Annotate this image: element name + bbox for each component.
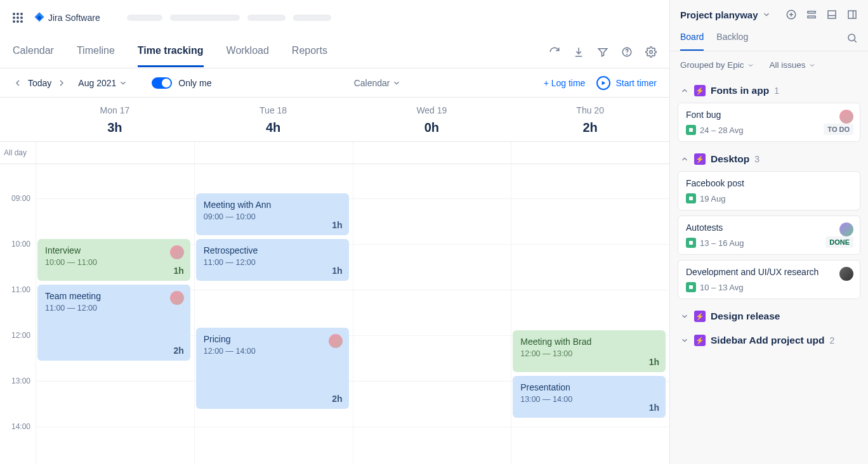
tab-reports[interactable]: Reports xyxy=(292,36,327,67)
epic-header-desktop[interactable]: ⚡ Desktop 3 xyxy=(678,147,860,171)
app-switcher-icon[interactable] xyxy=(10,10,25,25)
day-column-mon[interactable]: Interview 10:00 — 11:00 1h Team meeting … xyxy=(36,164,194,464)
issue-filter-selector[interactable]: All issues xyxy=(770,60,816,70)
side-panel: Project planyway Board Backlog Grouped b… xyxy=(669,0,868,464)
epic-icon: ⚡ xyxy=(694,85,706,96)
story-icon xyxy=(686,193,696,203)
svg-point-4 xyxy=(16,16,19,19)
search-icon[interactable] xyxy=(846,32,858,44)
svg-point-8 xyxy=(20,20,23,23)
issue-card-autotests[interactable]: Autotests 13 – 16 Aug DONE xyxy=(678,216,860,255)
day-column-wed[interactable] xyxy=(353,164,511,464)
chevron-up-icon xyxy=(680,155,689,164)
epic-icon: ⚡ xyxy=(694,335,706,346)
issue-card-facebook-post[interactable]: Facebook post 19 Aug xyxy=(678,171,860,210)
period-label: Aug 2021 xyxy=(78,78,116,88)
jira-logo[interactable]: Jira Software xyxy=(33,11,100,24)
day-column-tue[interactable]: Meeting with Ann 09:00 — 10:00 1h Retros… xyxy=(194,164,353,464)
svg-rect-16 xyxy=(848,11,856,18)
tab-timeline[interactable]: Timeline xyxy=(77,36,115,67)
skeleton-placeholder xyxy=(170,15,240,21)
settings-icon[interactable] xyxy=(645,46,657,58)
epic-header-design-release[interactable]: ⚡ Design release xyxy=(678,304,860,328)
allday-cell[interactable] xyxy=(511,142,669,164)
start-timer-label: Start timer xyxy=(615,78,657,88)
status-badge: DONE xyxy=(825,236,853,248)
skeleton-placeholder xyxy=(247,15,286,21)
avatar-icon xyxy=(839,110,853,124)
event-team-meeting[interactable]: Team meeting 11:00 — 12:00 2h xyxy=(37,285,190,361)
avatar-icon xyxy=(170,291,184,305)
next-period-icon[interactable] xyxy=(56,78,67,88)
add-icon[interactable] xyxy=(786,9,797,20)
story-icon xyxy=(686,125,696,135)
brand-text: Jira Software xyxy=(48,13,100,23)
tab-workload[interactable]: Workload xyxy=(227,36,269,67)
side-tab-backlog[interactable]: Backlog xyxy=(716,25,748,51)
allday-cell[interactable] xyxy=(36,142,194,164)
project-selector[interactable]: Project planyway xyxy=(680,10,771,20)
calendar: Mon 17 3h Tue 18 4h Wed 19 0h Thu 20 2h … xyxy=(0,98,669,464)
svg-rect-14 xyxy=(808,16,815,18)
start-timer-button[interactable]: Start timer xyxy=(596,76,657,90)
event-meeting-brad[interactable]: Meeting with Brad 12:00 — 13:00 1h xyxy=(513,330,666,372)
allday-cell[interactable] xyxy=(353,142,511,164)
status-badge: TO DO xyxy=(824,124,853,135)
refresh-icon[interactable] xyxy=(549,46,560,58)
issue-card-dev-uiux[interactable]: Development and UI/UX research 10 – 13 A… xyxy=(678,260,860,299)
day-header-mon: Mon 17 3h xyxy=(36,105,194,141)
chevron-down-icon xyxy=(680,312,689,321)
story-icon xyxy=(686,282,696,292)
svg-rect-13 xyxy=(808,11,815,13)
event-pricing[interactable]: Pricing 12:00 — 14:00 2h xyxy=(196,328,349,409)
side-tab-board[interactable]: Board xyxy=(680,25,704,51)
event-retrospective[interactable]: Retrospective 11:00 — 12:00 1h xyxy=(196,239,349,281)
avatar-icon xyxy=(839,222,853,236)
time-gutter: 09:00 10:00 11:00 12:00 13:00 14:00 xyxy=(0,164,36,464)
tab-time-tracking[interactable]: Time tracking xyxy=(138,36,204,67)
epic-header-fonts[interactable]: ⚡ Fonts in app 1 xyxy=(678,79,860,103)
filter-icon[interactable] xyxy=(597,46,608,58)
day-column-thu[interactable]: Meeting with Brad 12:00 — 13:00 1h Prese… xyxy=(511,164,669,464)
panel-icon[interactable] xyxy=(846,9,858,20)
avatar-icon xyxy=(329,334,343,348)
svg-point-6 xyxy=(13,20,15,23)
group-by-selector[interactable]: Grouped by Epic xyxy=(680,60,754,70)
help-icon[interactable] xyxy=(621,46,633,58)
layout-icon[interactable] xyxy=(826,9,838,20)
epic-icon: ⚡ xyxy=(694,311,706,322)
list-view-icon[interactable] xyxy=(806,9,817,20)
skeleton-placeholder xyxy=(293,15,331,21)
only-me-label: Only me xyxy=(178,78,211,88)
allday-cell[interactable] xyxy=(194,142,353,164)
period-selector[interactable]: Aug 2021 xyxy=(78,78,128,88)
svg-point-3 xyxy=(13,16,15,19)
day-header-thu: Thu 20 2h xyxy=(511,105,669,141)
svg-point-10 xyxy=(627,54,628,55)
view-mode-selector[interactable]: Calendar xyxy=(354,78,402,88)
day-header-tue: Tue 18 4h xyxy=(194,105,353,141)
epic-header-sidebar-upd[interactable]: ⚡ Sidebar Add project upd 2 xyxy=(678,328,860,352)
prev-period-icon[interactable] xyxy=(13,78,23,88)
svg-point-17 xyxy=(848,34,855,41)
issue-card-font-bug[interactable]: Font bug 24 – 28 Avg TO DO xyxy=(678,103,860,142)
svg-point-2 xyxy=(20,13,23,15)
story-icon xyxy=(686,238,696,248)
avatar-icon xyxy=(170,245,184,259)
event-meeting-ann[interactable]: Meeting with Ann 09:00 — 10:00 1h xyxy=(196,193,349,235)
log-time-button[interactable]: + Log time xyxy=(544,78,586,88)
chevron-up-icon xyxy=(680,86,689,95)
main-tab-bar: Calendar Timeline Time tracking Workload… xyxy=(0,35,669,68)
avatar-icon xyxy=(839,267,853,281)
day-header-wed: Wed 19 0h xyxy=(353,105,511,141)
only-me-toggle[interactable] xyxy=(152,77,172,89)
event-presentation[interactable]: Presentation 13:00 — 14:00 1h xyxy=(513,376,666,418)
download-icon[interactable] xyxy=(573,46,584,58)
filter-bar: Today Aug 2021 Only me Calendar + Log ti… xyxy=(0,68,669,98)
event-interview[interactable]: Interview 10:00 — 11:00 1h xyxy=(37,239,190,281)
skeleton-placeholder xyxy=(127,15,162,21)
tab-calendar[interactable]: Calendar xyxy=(13,36,54,67)
today-button[interactable]: Today xyxy=(28,78,51,88)
allday-label: All day xyxy=(0,142,36,164)
svg-point-11 xyxy=(650,50,653,53)
